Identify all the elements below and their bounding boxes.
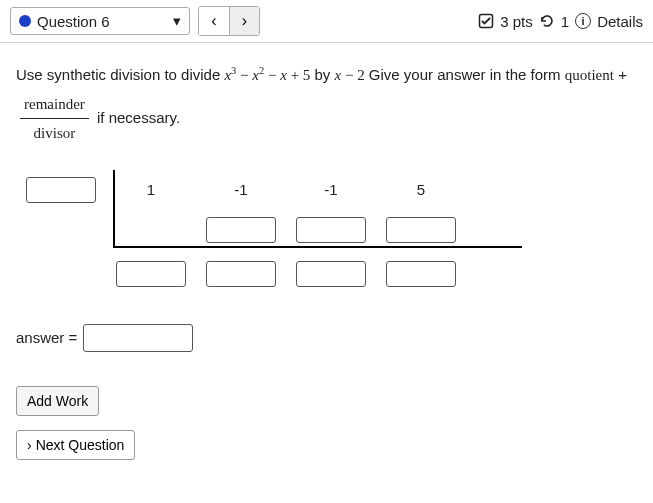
coef-cell: -1 [286,181,376,198]
chevron-left-icon: ‹ [211,12,216,29]
fraction-denominator: divisor [20,119,89,148]
result-input[interactable] [206,261,276,287]
carry-input[interactable] [386,217,456,243]
carry-row [16,210,536,250]
coef-cell: 5 [376,181,466,198]
result-row [16,254,536,294]
prev-question-button[interactable]: ‹ [199,7,229,35]
quotient-word: quotient [565,67,614,83]
dividend-expression: x3 − x2 − x + 5 [224,67,310,83]
question-selector[interactable]: Question 6 ▾ [10,7,190,35]
chevron-right-icon: › [242,12,247,29]
details-link[interactable]: Details [597,13,643,30]
question-body: Use synthetic division to divide x3 − x2… [0,43,653,478]
question-header: Question 6 ▾ ‹ › 3 pts 1 i Details [0,0,653,43]
plus-sign: + [618,66,627,83]
if-necessary: if necessary. [97,108,180,125]
divisor-expression: x − 2 [335,67,365,83]
answer-input[interactable] [83,324,193,352]
prompt-tail: Give your answer in the form [369,66,565,83]
check-icon [478,13,494,29]
coef-cell: 1 [106,181,196,198]
result-input[interactable] [116,261,186,287]
coefficient-row: 1 -1 -1 5 [16,170,536,210]
question-meta: 3 pts 1 i Details [478,13,643,30]
question-prompt: Use synthetic division to divide x3 − x2… [16,61,637,148]
question-label: Question 6 [37,13,173,30]
result-input[interactable] [296,261,366,287]
fraction-numerator: remainder [20,90,89,120]
question-nav: ‹ › [198,6,260,36]
by-word: by [315,66,335,83]
carry-input[interactable] [296,217,366,243]
answer-row: answer = [16,324,637,352]
status-dot-icon [19,15,31,27]
caret-down-icon: ▾ [173,12,181,30]
attempts-label: 1 [561,13,569,30]
prompt-lead: Use synthetic division to divide [16,66,224,83]
points-label: 3 pts [500,13,533,30]
info-icon: i [575,13,591,29]
retry-icon [539,13,555,29]
carry-input[interactable] [206,217,276,243]
add-work-button[interactable]: Add Work [16,386,99,416]
synthetic-bracket-icon [113,170,115,248]
next-question-link[interactable]: › Next Question [16,430,135,460]
coef-cell: -1 [196,181,286,198]
next-question-label: Next Question [36,437,125,453]
chevron-right-icon: › [27,437,32,453]
fraction-template: remainder divisor [20,90,89,148]
divisor-root-input[interactable] [26,177,96,203]
answer-label: answer = [16,329,77,346]
next-question-button[interactable]: › [229,7,259,35]
result-input[interactable] [386,261,456,287]
synthetic-division-grid: 1 -1 -1 5 [16,170,536,294]
